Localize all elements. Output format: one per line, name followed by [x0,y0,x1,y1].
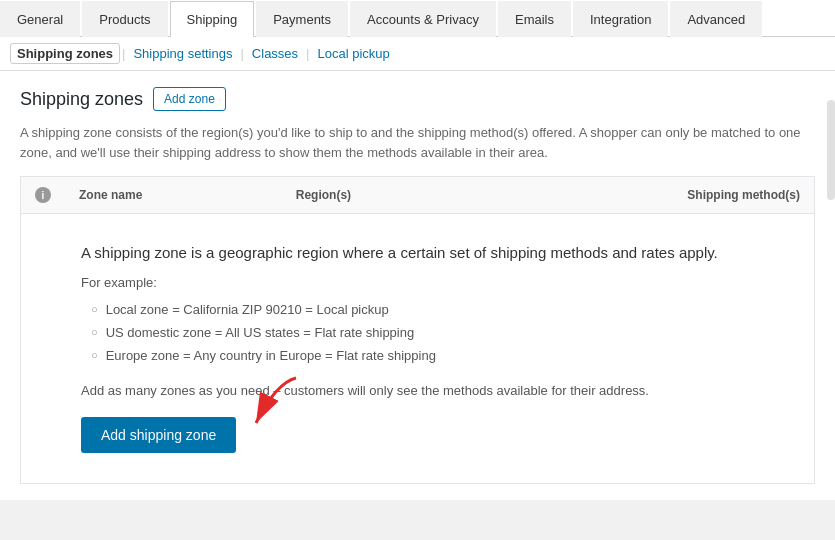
empty-state-container: A shipping zone is a geographic region w… [21,214,814,483]
subtab-local-pickup[interactable]: Local pickup [312,44,396,63]
tab-general[interactable]: General [0,1,80,37]
example-item-1: Local zone = California ZIP 90210 = Loca… [91,298,754,321]
subtab-shipping-settings[interactable]: Shipping settings [127,44,238,63]
subtab-shipping-zones[interactable]: Shipping zones [10,43,120,64]
tab-accounts-privacy[interactable]: Accounts & Privacy [350,1,496,37]
example-item-2: US domestic zone = All US states = Flat … [91,321,754,344]
example-item-3: Europe zone = Any country in Europe = Fl… [91,344,754,367]
empty-state-cell: A shipping zone is a geographic region w… [21,214,815,484]
tab-shipping[interactable]: Shipping [170,1,255,37]
info-icon: i [35,187,51,203]
red-arrow-icon [236,373,336,433]
table-header-row: i Zone name Region(s) Shipping method(s) [21,177,815,214]
add-zone-button-top[interactable]: Add zone [153,87,226,111]
col-regions-header: Region(s) [282,177,480,214]
sep2: | [240,46,243,61]
subtab-classes[interactable]: Classes [246,44,304,63]
add-shipping-zone-button[interactable]: Add shipping zone [81,417,236,453]
top-nav-tabs: General Products Shipping Payments Accou… [0,0,835,37]
sep3: | [306,46,309,61]
add-notice-row: Add as many zones as you need – customer… [81,381,754,401]
scrollbar[interactable] [827,100,835,200]
sub-nav-tabs: Shipping zones | Shipping settings | Cla… [0,37,835,71]
empty-state-title: A shipping zone is a geographic region w… [81,244,754,261]
tab-advanced[interactable]: Advanced [670,1,762,37]
tab-payments[interactable]: Payments [256,1,348,37]
col-shipping-methods-header: Shipping method(s) [480,177,815,214]
col-zone-name-header: Zone name [65,177,282,214]
shipping-zones-table: i Zone name Region(s) Shipping method(s)… [20,176,815,484]
add-notice-text: Add as many zones as you need – customer… [81,381,754,401]
tab-products[interactable]: Products [82,1,167,37]
page-title-row: Shipping zones Add zone [20,87,815,111]
page-description: A shipping zone consists of the region(s… [20,123,815,162]
main-content: Shipping zones Add zone A shipping zone … [0,71,835,500]
examples-list: Local zone = California ZIP 90210 = Loca… [91,298,754,367]
page-wrapper: General Products Shipping Payments Accou… [0,0,835,500]
for-example-label: For example: [81,275,754,290]
tab-emails[interactable]: Emails [498,1,571,37]
page-title: Shipping zones [20,89,143,110]
col-info-header: i [21,177,66,214]
sep1: | [122,46,125,61]
tab-integration[interactable]: Integration [573,1,668,37]
empty-state-row: A shipping zone is a geographic region w… [21,214,815,484]
